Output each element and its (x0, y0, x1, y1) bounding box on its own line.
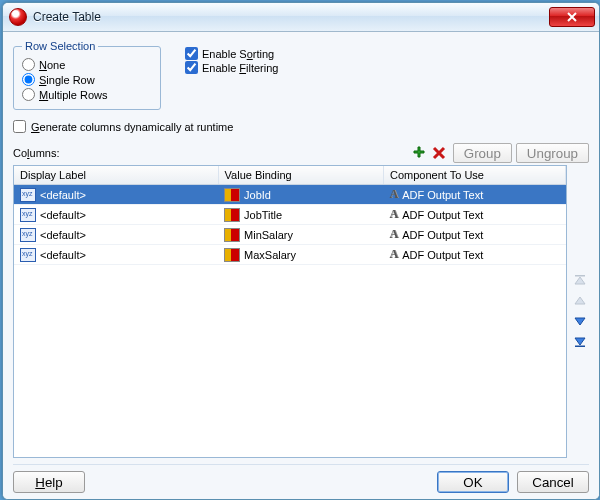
table-row[interactable]: <default>JobIdAADF Output Text (14, 185, 566, 205)
radio-none-label: None (39, 59, 65, 71)
checkbox-enable-filtering[interactable]: Enable Filtering (185, 61, 278, 74)
close-icon (567, 12, 577, 22)
radio-none[interactable]: None (22, 58, 152, 71)
cell-value-binding: JobId (244, 189, 271, 201)
enable-sorting-input[interactable] (185, 47, 198, 60)
radio-multiple-label: Multiple Rows (39, 89, 107, 101)
app-icon (9, 8, 27, 26)
cell-value-binding: MaxSalary (244, 249, 296, 261)
titlebar[interactable]: Create Table (3, 3, 599, 32)
radio-single-label: Single Row (39, 74, 95, 86)
checkbox-dynamic-columns[interactable]: Generate columns dynamically at runtime (13, 120, 589, 133)
binding-icon (224, 228, 240, 242)
table-row[interactable]: <default>MinSalaryAADF Output Text (14, 225, 566, 245)
text-component-icon: A (389, 247, 398, 262)
move-top-button[interactable] (573, 274, 587, 288)
col-header-component[interactable]: Component To Use (383, 166, 565, 185)
reorder-buttons (567, 163, 589, 458)
radio-none-input[interactable] (22, 58, 35, 71)
cell-component: ADF Output Text (402, 229, 483, 241)
dynamic-columns-input[interactable] (13, 120, 26, 133)
table-row[interactable]: <default>JobTitleAADF Output Text (14, 205, 566, 225)
ungroup-button[interactable]: Ungroup (516, 143, 589, 163)
enable-filtering-input[interactable] (185, 61, 198, 74)
move-bottom-button[interactable] (573, 334, 587, 348)
label-icon (20, 228, 36, 242)
label-icon (20, 248, 36, 262)
cancel-button[interactable]: Cancel (517, 471, 589, 493)
enable-filtering-label: Enable Filtering (202, 62, 278, 74)
move-up-button[interactable] (573, 294, 587, 308)
cell-display-label: <default> (40, 209, 86, 221)
enable-sorting-label: Enable Sorting (202, 48, 274, 60)
group-button[interactable]: Group (453, 143, 512, 163)
plus-icon (412, 146, 426, 160)
radio-single-input[interactable] (22, 73, 35, 86)
remove-column-button[interactable] (430, 144, 448, 162)
cell-value-binding: JobTitle (244, 209, 282, 221)
label-icon (20, 208, 36, 222)
cell-display-label: <default> (40, 249, 86, 261)
ok-button[interactable]: OK (437, 471, 509, 493)
move-down-button[interactable] (573, 314, 587, 328)
binding-icon (224, 248, 240, 262)
dynamic-columns-label: Generate columns dynamically at runtime (31, 121, 233, 133)
cell-component: ADF Output Text (402, 189, 483, 201)
columns-header: Columns: Group Ungroup (13, 143, 589, 163)
col-header-value-binding[interactable]: Value Binding (218, 166, 383, 185)
col-header-display-label[interactable]: Display Label (14, 166, 218, 185)
row-selection-legend: Row Selection (22, 40, 98, 52)
radio-multiple-input[interactable] (22, 88, 35, 101)
cell-component: ADF Output Text (402, 249, 483, 261)
cell-component: ADF Output Text (402, 209, 483, 221)
add-column-button[interactable] (410, 144, 428, 162)
cell-display-label: <default> (40, 189, 86, 201)
svg-rect-0 (575, 275, 585, 277)
radio-multiple-rows[interactable]: Multiple Rows (22, 88, 152, 101)
window-title: Create Table (33, 10, 549, 24)
text-component-icon: A (389, 187, 398, 202)
help-button[interactable]: Help (13, 471, 85, 493)
binding-icon (224, 188, 240, 202)
label-icon (20, 188, 36, 202)
table-row[interactable]: <default>MaxSalaryAADF Output Text (14, 245, 566, 265)
dialog-create-table: Create Table Row Selection None Single R… (2, 2, 600, 500)
radio-single-row[interactable]: Single Row (22, 73, 152, 86)
text-component-icon: A (389, 227, 398, 242)
table-header-row: Display Label Value Binding Component To… (14, 166, 566, 185)
delete-x-icon (432, 146, 446, 160)
row-selection-group: Row Selection None Single Row Multiple R… (13, 40, 161, 110)
binding-icon (224, 208, 240, 222)
close-button[interactable] (549, 7, 595, 27)
dialog-body: Row Selection None Single Row Multiple R… (3, 32, 599, 499)
columns-label: Columns: (13, 147, 409, 159)
svg-rect-1 (575, 345, 585, 347)
cell-display-label: <default> (40, 229, 86, 241)
dialog-button-bar: Help OK Cancel (13, 464, 589, 493)
text-component-icon: A (389, 207, 398, 222)
checkbox-enable-sorting[interactable]: Enable Sorting (185, 47, 278, 60)
columns-table[interactable]: Display Label Value Binding Component To… (13, 165, 567, 458)
cell-value-binding: MinSalary (244, 229, 293, 241)
